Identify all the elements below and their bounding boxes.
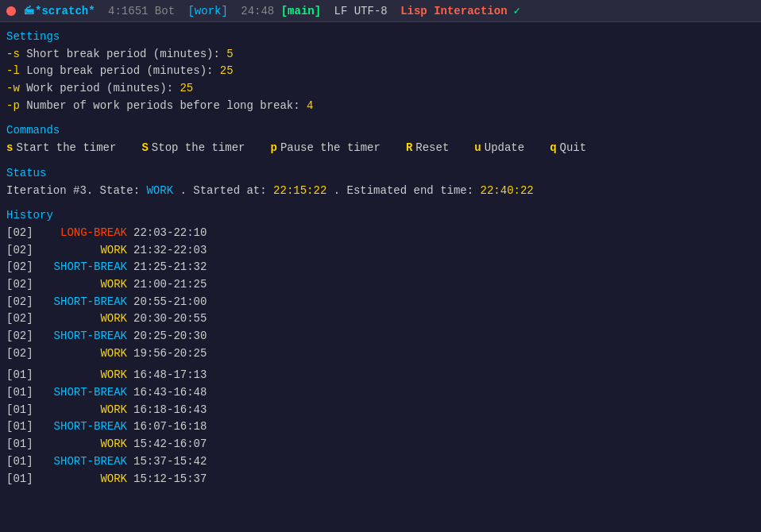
hist-time: 20:30-20:55: [133, 310, 207, 328]
hist-type: WORK: [40, 367, 127, 384]
hist-time: 16:48-17:13: [133, 367, 207, 384]
hist-type: SHORT-BREAK: [40, 294, 127, 311]
time-display: 24:48: [234, 5, 274, 17]
history-header: History: [6, 207, 755, 225]
history-row: [01]WORK16:48-17:13: [6, 367, 755, 384]
history-row: [02]WORK19:56-20:25: [6, 345, 755, 363]
hist-time: 15:37-15:42: [133, 453, 207, 471]
hist-type: SHORT-BREAK: [40, 259, 127, 276]
cmd-start-key: s: [6, 140, 13, 157]
traffic-light-close[interactable]: [6, 6, 16, 16]
buffer-position: 4:1651 Bot: [102, 5, 175, 17]
major-mode: Lisp Interaction: [394, 5, 508, 17]
history-row: [02]SHORT-BREAK20:55-21:00: [6, 294, 755, 311]
cmd-pause[interactable]: p Pause the timer: [270, 140, 380, 157]
cmd-reset-label: Reset: [415, 140, 449, 157]
main-content: Settings -s Short break period (minutes)…: [0, 22, 761, 491]
settings-w-val: 25: [180, 82, 193, 94]
main-label: [main]: [274, 5, 321, 17]
hist-iter: [01]: [6, 436, 40, 453]
status-end-time: 22:40:22: [481, 184, 534, 197]
hist-iter: [01]: [6, 402, 40, 419]
hist-iter: [01]: [6, 453, 40, 471]
hist-time: 19:56-20:25: [133, 345, 207, 363]
hist-iter: [01]: [6, 471, 40, 488]
settings-l-val: 25: [220, 64, 234, 77]
hist-type: WORK: [40, 345, 127, 363]
cmd-pause-label: Pause the timer: [280, 140, 380, 157]
hist-time: 15:12-15:37: [133, 471, 207, 488]
history-row: [01]WORK16:18-16:43: [6, 402, 755, 419]
status-started-prefix: . Started at:: [180, 184, 273, 197]
status-header: Status: [6, 165, 755, 183]
hist-time: 21:32-22:03: [133, 242, 207, 260]
cmd-stop-key: S: [141, 140, 148, 157]
history-row: [01]WORK15:12-15:37: [6, 471, 755, 488]
hist-type: LONG-BREAK: [40, 225, 127, 242]
commands-header: Commands: [6, 122, 755, 140]
flag-l: -l: [6, 64, 20, 77]
hist-type: WORK: [40, 242, 127, 260]
status-line: Iteration #3. State: WORK . Started at: …: [6, 183, 755, 200]
cmd-quit-key: q: [550, 140, 556, 157]
hist-iter: [01]: [6, 367, 40, 384]
hist-iter: [02]: [6, 345, 40, 363]
history-row: [01]SHORT-BREAK15:37-15:42: [6, 453, 755, 471]
hist-type: WORK: [40, 471, 127, 488]
history-row: [01]SHORT-BREAK16:07-16:18: [6, 418, 755, 436]
hist-type: WORK: [40, 276, 127, 294]
settings-line-w: -w Work period (minutes): 25: [6, 80, 755, 98]
cmd-stop[interactable]: S Stop the timer: [141, 140, 245, 157]
history-row: [02]SHORT-BREAK21:25-21:32: [6, 259, 755, 276]
hist-time: 16:07-16:18: [133, 418, 207, 436]
history-row: [02]SHORT-BREAK20:25-20:30: [6, 328, 755, 345]
hist-type: SHORT-BREAK: [40, 453, 127, 471]
history-row: [02]LONG-BREAK22:03-22:10: [6, 225, 755, 242]
settings-line-p: -p Number of work periods before long br…: [6, 98, 755, 115]
hist-time: 21:25-21:32: [133, 259, 207, 276]
check-mark: ✓: [514, 4, 520, 17]
titlebar: 🖮 *scratch* 4:1651 Bot [work] 24:48 [mai…: [0, 0, 761, 22]
history-row: [02]WORK20:30-20:55: [6, 310, 755, 328]
hist-iter: [02]: [6, 328, 40, 345]
status-state: WORK: [146, 184, 173, 197]
hist-type: SHORT-BREAK: [40, 418, 127, 436]
hist-type: SHORT-BREAK: [40, 328, 127, 345]
hist-iter: [02]: [6, 225, 40, 242]
hist-iter: [01]: [6, 418, 40, 436]
hist-iter: [02]: [6, 276, 40, 294]
cmd-start-label: Start the timer: [16, 140, 116, 157]
settings-l-desc: Long break period (minutes):: [26, 64, 220, 77]
hist-time: 22:03-22:10: [133, 225, 207, 242]
cmd-start[interactable]: s Start the timer: [6, 140, 116, 157]
settings-p-desc: Number of work periods before long break…: [26, 99, 307, 112]
cmd-quit-label: Quit: [560, 140, 587, 157]
flag-p: -p: [6, 99, 20, 112]
buffer-icon: 🖮: [24, 5, 35, 17]
settings-p-val: 4: [307, 99, 313, 112]
flag-w: -w: [6, 82, 20, 94]
hist-time: 16:18-16:43: [133, 402, 207, 419]
hist-time: 20:25-20:30: [133, 328, 207, 345]
cmd-update-label: Update: [485, 140, 524, 157]
cmd-reset-key: R: [406, 140, 412, 157]
history-row: [01]SHORT-BREAK16:43-16:48: [6, 384, 755, 402]
cmd-reset[interactable]: R Reset: [406, 140, 449, 157]
bracket-info: [work]: [181, 5, 228, 17]
settings-s-val: 5: [226, 48, 233, 60]
history-row: [02]WORK21:00-21:25: [6, 276, 755, 294]
cmd-quit[interactable]: q Quit: [550, 140, 586, 157]
cmd-update[interactable]: u Update: [474, 140, 524, 157]
buffer-name: *scratch*: [35, 5, 95, 17]
settings-line-l: -l Long break period (minutes): 25: [6, 63, 755, 80]
cmd-stop-label: Stop the timer: [152, 140, 245, 157]
hist-time: 21:00-21:25: [133, 276, 207, 294]
hist-type: WORK: [40, 436, 127, 453]
commands-section: Commands s Start the timer S Stop the ti…: [6, 122, 755, 156]
hist-time: 20:55-21:00: [133, 294, 207, 311]
history-group-02: [02]LONG-BREAK22:03-22:10[02]WORK21:32-2…: [6, 225, 755, 363]
settings-line-s: -s Short break period (minutes): 5: [6, 46, 755, 64]
hist-type: WORK: [40, 402, 127, 419]
history-group-01: [01]WORK16:48-17:13[01]SHORT-BREAK16:43-…: [6, 367, 755, 488]
flag-s: -s: [6, 48, 20, 60]
